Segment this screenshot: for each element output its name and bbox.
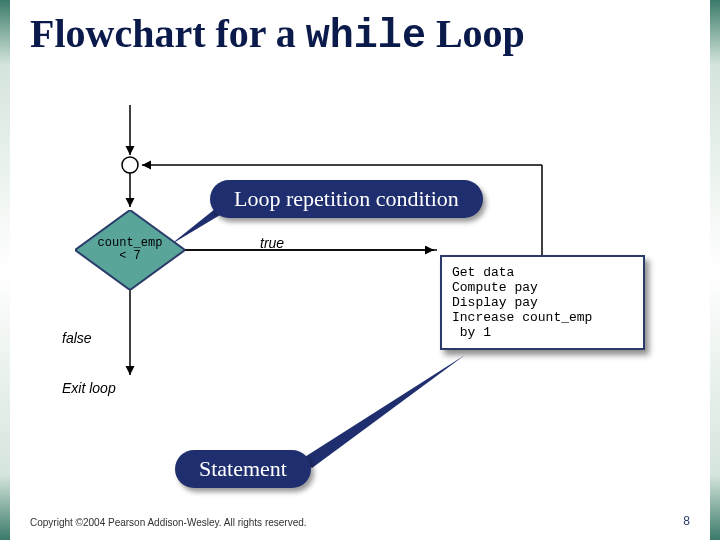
copyright-text: Copyright ©2004 Pearson Addison-Wesley. … — [30, 517, 307, 528]
svg-point-1 — [122, 157, 138, 173]
callout-loop-condition: Loop repetition condition — [210, 180, 483, 218]
decision-diamond: count_emp < 7 — [75, 210, 185, 290]
false-label: false — [62, 330, 92, 346]
decision-text: count_emp < 7 — [75, 210, 185, 290]
decision-line2: < 7 — [119, 250, 141, 263]
svg-marker-10 — [300, 355, 465, 468]
page-number: 8 — [683, 514, 690, 528]
true-label: true — [260, 235, 284, 251]
process-box: Get data Compute pay Display pay Increas… — [440, 255, 645, 350]
callout-statement: Statement — [175, 450, 311, 488]
exit-loop-label: Exit loop — [62, 380, 116, 396]
